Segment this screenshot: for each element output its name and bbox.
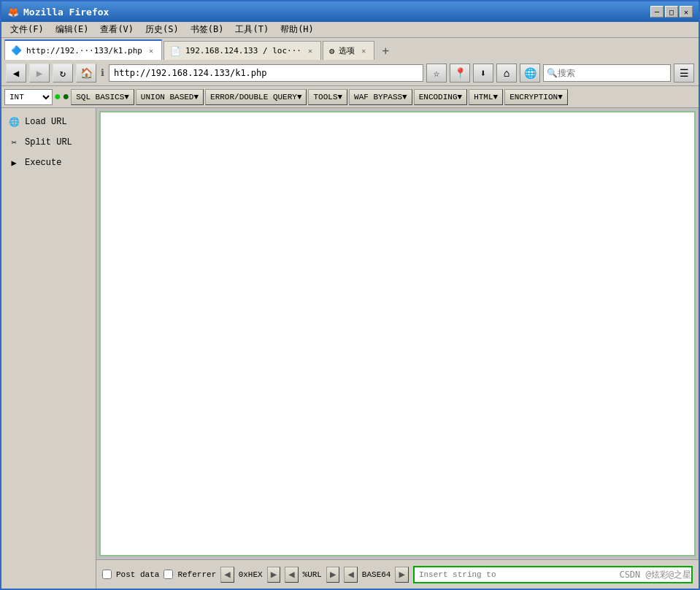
tab-1-close[interactable]: ✕ (147, 46, 155, 55)
restore-button[interactable]: □ (665, 6, 678, 18)
encryption-button[interactable]: ENCRYPTION▼ (504, 89, 568, 105)
tab-bar: 🔷 http://192.···133/k1.php ✕ 📄 192.168.1… (1, 38, 699, 60)
menu-edit[interactable]: 编辑(E) (50, 22, 95, 37)
type-select[interactable]: INT STRING FLOAT (4, 89, 53, 105)
tab-2-close[interactable]: ✕ (306, 46, 315, 55)
oxhex-right-button[interactable]: ▶ (267, 567, 280, 583)
load-url-icon: 🌐 (7, 115, 20, 129)
new-tab-button[interactable]: + (376, 41, 395, 60)
sql-basics-button[interactable]: SQL BASICS▼ (71, 89, 134, 105)
globe-button[interactable]: 🌐 (520, 64, 540, 83)
tab-1-label: http://192.···133/k1.php (26, 46, 142, 55)
oxhex-left-button[interactable]: ◀ (220, 567, 234, 583)
post-data-checkbox[interactable] (102, 570, 112, 579)
title-bar: 🦊 Mozilla Firefox ─ □ ✕ (1, 1, 699, 22)
search-icon: 🔍 (547, 68, 558, 78)
title-bar-left: 🦊 Mozilla Firefox (7, 7, 109, 18)
tab-3-label: 选项 (339, 45, 355, 56)
tab-2-icon: 📄 (170, 46, 181, 56)
error-double-query-button[interactable]: ERROR/DOUBLE QUERY▼ (205, 89, 307, 105)
search-container: 🔍 (543, 64, 671, 82)
search-input[interactable] (558, 68, 667, 78)
window-title: Mozilla Firefox (23, 7, 109, 18)
home2-button[interactable]: ⌂ (496, 64, 517, 83)
title-bar-controls: ─ □ ✕ (650, 6, 693, 18)
union-based-button[interactable]: UNION BASED▼ (136, 89, 204, 105)
referrer-checkbox[interactable] (164, 570, 173, 579)
watermark: CSDN @炫彩@之星 (619, 569, 691, 581)
referrer-label[interactable]: Referrer (177, 570, 216, 579)
tab-2-label: 192.168.124.133 / loc··· (185, 46, 301, 55)
tab-3[interactable]: ⚙ 选项 ✕ (323, 41, 374, 60)
home-button[interactable]: 🏠 (76, 64, 96, 83)
menu-history[interactable]: 历史(S) (139, 22, 185, 37)
url-right-button[interactable]: ▶ (326, 567, 339, 583)
oxhex-label: 0xHEX (239, 570, 263, 579)
menu-view[interactable]: 查看(V) (94, 22, 139, 37)
back-button[interactable]: ◀ (6, 64, 26, 83)
execute-label: Execute (25, 158, 61, 168)
arrow-left-2-icon: ◀ (288, 568, 294, 581)
arrow-right-2-icon: ▶ (330, 568, 336, 581)
tab-2[interactable]: 📄 192.168.124.133 / loc··· ✕ (164, 41, 321, 60)
green-indicator: ● (54, 91, 61, 104)
menu-file[interactable]: 文件(F) (4, 22, 50, 37)
tab-3-icon: ⚙ (329, 46, 334, 56)
encoding-bar: Post data Referrer ◀ 0xHEX ▶ ◀ %URL ▶ (96, 559, 699, 589)
content-wrapper: 🌐 Load URL ✂ Split URL ▶ Execute Post da… (1, 108, 699, 589)
load-url-label: Load URL (25, 117, 67, 127)
sidebar-load-url[interactable]: 🌐 Load URL (1, 112, 96, 131)
main-content: Post data Referrer ◀ 0xHEX ▶ ◀ %URL ▶ (96, 108, 699, 589)
tab-3-close[interactable]: ✕ (359, 46, 368, 55)
url-left-button[interactable]: ◀ (285, 567, 298, 583)
refresh-button[interactable]: ↻ (53, 64, 73, 83)
arrow-left-icon: ◀ (224, 568, 230, 581)
arrow-right-3-icon: ▶ (399, 568, 404, 581)
forward-button[interactable]: ▶ (29, 64, 50, 83)
arrow-right-icon: ▶ (271, 568, 277, 581)
split-url-icon: ✂ (7, 136, 20, 149)
split-url-label: Split URL (25, 137, 72, 148)
menu-bar: 文件(F) 编辑(E) 查看(V) 历史(S) 书签(B) 工具(T) 帮助(H… (1, 22, 699, 38)
location-icon[interactable]: 📍 (450, 64, 470, 83)
html-button[interactable]: HTML▼ (469, 89, 503, 105)
download-button[interactable]: ⬇ (473, 64, 493, 83)
sidebar: 🌐 Load URL ✂ Split URL ▶ Execute (1, 108, 96, 589)
dark-indicator: ● (63, 91, 70, 104)
menu-icon-button[interactable]: ☰ (674, 64, 694, 83)
address-bar: ◀ ▶ ↻ 🏠 ℹ ☆ 📍 ⬇ ⌂ 🌐 🔍 ☰ (1, 60, 699, 86)
base64-left-button[interactable]: ◀ (344, 567, 357, 583)
tab-1[interactable]: 🔷 http://192.···133/k1.php ✕ (4, 39, 162, 60)
post-data-label[interactable]: Post data (116, 570, 159, 579)
address-input[interactable] (109, 64, 423, 82)
encoding-button[interactable]: ENCODING▼ (414, 89, 467, 105)
sidebar-execute[interactable]: ▶ Execute (1, 153, 96, 172)
sql-toolbar: INT STRING FLOAT ● ● SQL BASICS▼ UNION B… (1, 86, 699, 108)
content-area (99, 111, 696, 556)
arrow-left-3-icon: ◀ (347, 568, 353, 581)
tools-button[interactable]: TOOLS▼ (308, 89, 347, 105)
menu-help[interactable]: 帮助(H) (274, 22, 320, 37)
waf-bypass-button[interactable]: WAF BYPASS▼ (349, 89, 412, 105)
base64-right-button[interactable]: ▶ (395, 567, 408, 583)
tab-1-icon: 🔷 (11, 45, 22, 55)
bookmark-star-button[interactable]: ☆ (426, 64, 447, 83)
info-icon: ℹ (99, 67, 106, 78)
firefox-logo-icon: 🦊 (7, 7, 19, 18)
minimize-button[interactable]: ─ (650, 6, 664, 18)
execute-icon: ▶ (7, 156, 20, 169)
sidebar-split-url[interactable]: ✂ Split URL (1, 133, 96, 152)
browser-window: 🦊 Mozilla Firefox ─ □ ✕ 文件(F) 编辑(E) 查看(V… (0, 0, 700, 590)
menu-bookmarks[interactable]: 书签(B) (185, 22, 230, 37)
menu-tools[interactable]: 工具(T) (229, 22, 274, 37)
base64-label: BASE64 (362, 570, 391, 579)
close-button[interactable]: ✕ (680, 6, 693, 18)
url-label: %URL (303, 570, 322, 579)
